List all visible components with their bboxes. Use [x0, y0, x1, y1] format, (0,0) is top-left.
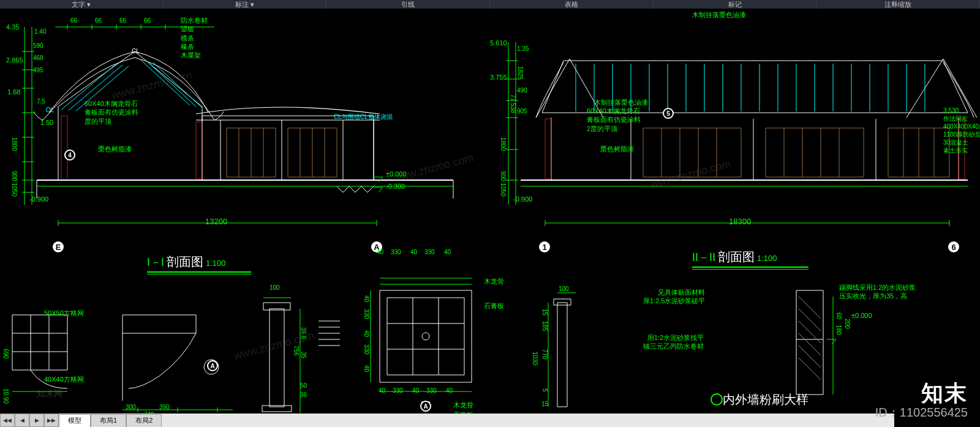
svg-line-15 — [153, 62, 202, 108]
dimension-text: 2.865 — [6, 56, 23, 64]
dimension-text: 40 — [363, 295, 370, 302]
svg-rect-77 — [545, 119, 551, 179]
tab-nav-first[interactable]: ◀◀ — [0, 414, 15, 427]
title-wall-detail: 内外墙粉刷大样 — [723, 391, 809, 408]
note-roof-layers: 防水卷材 望板 檩条 椽条 木屋架 — [181, 16, 208, 59]
level-label: ±0.000 — [851, 312, 872, 319]
label: 木龙骨 — [453, 401, 473, 409]
dimension-text: 330 — [391, 249, 401, 255]
title-scale: 1:100 — [206, 259, 226, 268]
label: OL — [46, 107, 54, 113]
dimension-text: 40 — [363, 365, 370, 372]
dimension-text: 1.68 — [7, 88, 20, 96]
note: 见具体贴面材料 厚1:2.5水泥砂浆磋平 — [643, 288, 705, 306]
dimension-text: 15 — [541, 309, 548, 316]
dimension-text: 36 — [300, 391, 307, 398]
dimension-text: 1825 — [517, 66, 524, 80]
svg-rect-79 — [643, 128, 741, 177]
dimension-text: 40 — [363, 330, 370, 337]
dimension-text: 330 — [363, 309, 370, 319]
dimension-text: 1030 — [532, 352, 538, 365]
tab-nav-next[interactable]: ▶ — [29, 414, 44, 427]
dimension-text: 13200 — [205, 217, 227, 226]
svg-rect-140 — [796, 290, 823, 395]
title-prefix: II－II — [692, 250, 715, 265]
note: 3.530 作法同左 400X400X40剁斧石铺面 1100厚防砂层 30混凝… — [943, 107, 980, 154]
dimension-text: 770 — [541, 349, 548, 360]
dimension-text: 4.35 — [6, 23, 19, 31]
svg-rect-101 — [12, 315, 67, 370]
dimension-text: -0.900 — [29, 195, 48, 203]
ribbon-group-labels: 文字 ▾ 标注 ▾ 引线 表格 标记 注释缩放 — [0, 0, 980, 9]
dimension-text: 330 — [393, 387, 403, 394]
svg-line-144 — [799, 321, 821, 343]
svg-line-145 — [799, 333, 821, 355]
ribbon-group-text: 标注 ▾ — [164, 0, 327, 9]
dimension-text: 40 — [377, 249, 383, 255]
section-1-drawing — [0, 9, 466, 248]
dimension-text: 330 — [426, 387, 437, 394]
layout-tab-bar: ◀◀ ◀ ▶ ▶▶ 模型 布局1 布局2 — [0, 414, 894, 427]
svg-rect-84 — [766, 128, 864, 177]
title-scale: 1:100 — [757, 254, 777, 263]
tab-nav-prev[interactable]: ◀ — [15, 414, 29, 427]
svg-rect-21 — [196, 122, 202, 179]
label: CL — [132, 48, 140, 55]
note: 踢脚线采用1:2的水泥砂浆 压实收光，厚为35，高 — [839, 283, 916, 301]
svg-line-143 — [799, 309, 821, 331]
dimension-text: 495 — [33, 67, 43, 74]
dimension-text: 39.6 — [300, 327, 307, 339]
dimension-text: 490 — [517, 87, 527, 94]
note: 木制挂落栗色油漆 — [692, 10, 746, 19]
dimension-text: 180 — [835, 325, 842, 335]
title-text: 剖面图 — [167, 254, 203, 270]
note-paint: 栗色树脂漆 — [98, 145, 132, 153]
note: 栗色树脂漆 — [600, 145, 634, 153]
dimension-text: 40 — [412, 387, 419, 394]
note-wall: 60X40木搁龙骨石 膏板面有仿瓷涂料 度的平顶 — [85, 99, 138, 126]
title-prefix: I－I — [147, 255, 164, 270]
dimension-text: 66 — [119, 17, 126, 24]
dimension-text: 900 1050 — [500, 171, 507, 197]
title-text: 剖面图 — [718, 249, 755, 265]
dimension-text: 5 — [541, 388, 548, 392]
image-id-label: ID：1102556425 — [875, 404, 968, 421]
dimension-text: 18300 — [729, 217, 751, 226]
dimension-text: 77.538 — [510, 94, 516, 113]
title-section-1: I－I 剖面图 1:100 — [147, 254, 251, 274]
tab-model[interactable]: 模型 — [59, 414, 91, 427]
svg-line-142 — [799, 297, 821, 319]
dimension-text: 100 — [559, 285, 569, 292]
dimension-text: 7.5 — [37, 98, 45, 105]
detail-ref: A — [207, 360, 218, 371]
ceiling-plan-detail — [355, 254, 496, 413]
svg-rect-137 — [554, 299, 571, 305]
svg-rect-136 — [557, 303, 567, 407]
tab-layout2[interactable]: 布局2 — [126, 414, 162, 427]
dimension-text: 10.90 — [2, 388, 9, 404]
dimension-text: 185 — [541, 321, 548, 331]
svg-rect-124 — [380, 290, 472, 382]
section-ref: 5 — [663, 108, 674, 119]
detail-ref: A — [420, 401, 431, 412]
dimension-text: -0.900 — [513, 195, 532, 203]
ribbon-group-text: 标记 — [654, 0, 817, 9]
dimension-text: 300 — [126, 404, 136, 410]
dimension-text: 1.50 — [40, 119, 53, 126]
ribbon-group-text: 注释缩放 — [816, 0, 980, 9]
drawing-canvas[interactable]: 4.35 1.40 2.865 590 468 495 1.68 7.5 OL … — [0, 9, 980, 414]
dimension-text: 468 — [33, 55, 43, 61]
dimension-text: 390 — [159, 404, 170, 410]
svg-line-146 — [799, 346, 821, 368]
tab-layout1[interactable]: 布局1 — [91, 414, 126, 427]
dimension-text: 40 — [444, 249, 451, 255]
note-side: CL与围墙CL整体浇混 — [334, 113, 393, 121]
grid-bubble: 6 — [948, 241, 959, 252]
dimension-text: 1800 — [500, 137, 507, 151]
dimension-text: 15 — [541, 401, 548, 407]
level-label: ±0.000 — [386, 170, 407, 178]
svg-rect-125 — [387, 298, 464, 375]
dimension-text: 66 — [95, 17, 102, 24]
tab-nav-last[interactable]: ▶▶ — [44, 414, 59, 427]
dimension-text: 40 — [410, 249, 417, 255]
